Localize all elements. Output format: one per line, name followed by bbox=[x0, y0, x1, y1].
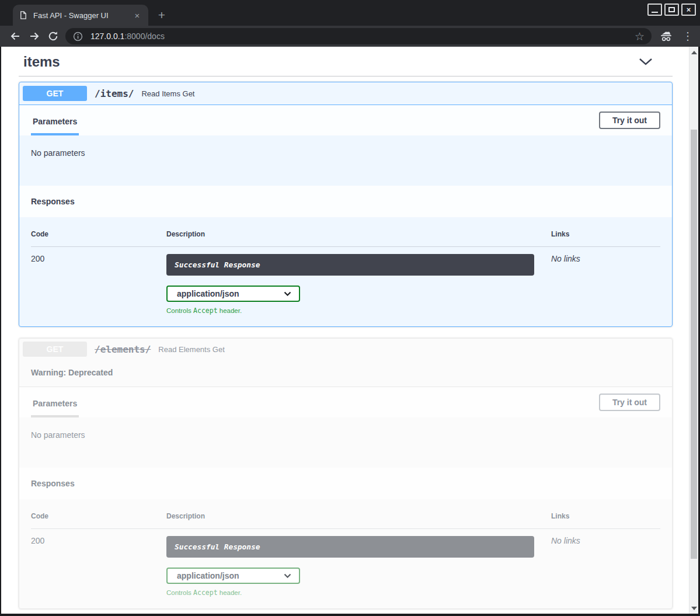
select-chevron-icon bbox=[284, 573, 291, 578]
browser-toolbar: 127.0.0.1:8000/docs ☆ ⋮ bbox=[0, 26, 700, 47]
response-description: Successful Response bbox=[166, 536, 534, 558]
page-favicon-icon bbox=[19, 11, 27, 20]
links-column-header: Links bbox=[539, 230, 660, 238]
endpoint-path: /items/ bbox=[95, 88, 134, 99]
tag-title: items bbox=[23, 54, 60, 70]
links-column-header: Links bbox=[539, 512, 660, 520]
response-row: 200 Successful Response application/json… bbox=[31, 529, 660, 597]
site-info-icon[interactable] bbox=[72, 31, 83, 42]
tag-section-header[interactable]: items bbox=[19, 50, 673, 70]
parameters-section-header: Parameters Try it out bbox=[19, 387, 672, 417]
media-type-select[interactable]: application/json bbox=[166, 568, 300, 584]
tab-title: Fast API - Swagger UI bbox=[33, 11, 132, 20]
no-links-text: No links bbox=[539, 254, 660, 315]
response-description-cell: Successful Response application/json Con… bbox=[166, 254, 539, 315]
browser-menu-icon[interactable]: ⋮ bbox=[682, 29, 694, 44]
no-links-text: No links bbox=[539, 536, 660, 597]
response-row: 200 Successful Response application/json… bbox=[31, 247, 660, 315]
media-type-value: application/json bbox=[177, 289, 239, 298]
parameters-tab[interactable]: Parameters bbox=[31, 399, 79, 417]
response-description: Successful Response bbox=[166, 254, 534, 276]
scrollbar-up-arrow-icon[interactable] bbox=[691, 51, 697, 54]
response-description-cell: Successful Response application/json Con… bbox=[166, 536, 539, 597]
page-scrollbar bbox=[689, 47, 698, 614]
bookmark-star-icon[interactable]: ☆ bbox=[635, 31, 645, 42]
swagger-page: items GET /items/ Read Items Get Paramet… bbox=[1, 47, 689, 614]
select-chevron-icon bbox=[284, 291, 291, 296]
responses-table: Code Description Links 200 Successful Re… bbox=[19, 217, 672, 326]
no-parameters-text: No parameters bbox=[19, 135, 672, 186]
endpoint-summary: Read Items Get bbox=[141, 89, 194, 98]
parameters-tab[interactable]: Parameters bbox=[31, 117, 79, 135]
try-it-out-button[interactable]: Try it out bbox=[599, 112, 660, 129]
window-minimize-button[interactable] bbox=[647, 4, 662, 16]
scrollbar-down-arrow-icon[interactable] bbox=[691, 607, 697, 610]
media-type-select[interactable]: application/json bbox=[166, 286, 300, 302]
code-column-header: Code bbox=[31, 230, 166, 238]
back-button[interactable] bbox=[9, 30, 21, 42]
url-text: 127.0.0.1:8000/docs bbox=[90, 32, 165, 41]
responses-section-header: Responses bbox=[19, 186, 672, 217]
method-badge: GET bbox=[23, 86, 87, 101]
responses-section-header: Responses bbox=[19, 468, 672, 499]
method-badge: GET bbox=[23, 342, 87, 357]
responses-title: Responses bbox=[31, 197, 75, 206]
response-code: 200 bbox=[31, 254, 166, 315]
code-column-header: Code bbox=[31, 512, 166, 520]
browser-titlebar: Fast API - Swagger UI × + × bbox=[0, 0, 700, 26]
accept-header-note: Controls Accept header. bbox=[166, 589, 539, 597]
media-type-value: application/json bbox=[177, 571, 239, 580]
accept-header-note: Controls Accept header. bbox=[166, 307, 539, 315]
new-tab-button[interactable]: + bbox=[154, 8, 169, 23]
collapse-chevron-icon[interactable] bbox=[639, 58, 653, 66]
window-controls: × bbox=[647, 4, 696, 16]
endpoint-summary: Read Elements Get bbox=[158, 345, 224, 354]
no-parameters-text: No parameters bbox=[19, 417, 672, 468]
responses-title: Responses bbox=[31, 479, 75, 488]
operation-summary[interactable]: GET /items/ Read Items Get bbox=[19, 82, 672, 105]
deprecated-warning: Warning: Deprecated bbox=[19, 360, 672, 387]
try-it-out-button[interactable]: Try it out bbox=[599, 394, 660, 411]
browser-tab[interactable]: Fast API - Swagger UI × bbox=[13, 5, 148, 26]
window-maximize-button[interactable] bbox=[664, 4, 679, 16]
response-code: 200 bbox=[31, 536, 166, 597]
forward-button[interactable] bbox=[29, 30, 40, 42]
operation-summary[interactable]: GET /elements/ Read Elements Get bbox=[19, 339, 672, 360]
incognito-icon bbox=[659, 29, 673, 46]
endpoint-path: /elements/ bbox=[95, 344, 151, 355]
reload-button[interactable] bbox=[47, 30, 59, 42]
description-column-header: Description bbox=[166, 512, 539, 520]
window-close-button[interactable]: × bbox=[681, 4, 696, 16]
address-bar[interactable]: 127.0.0.1:8000/docs ☆ bbox=[65, 28, 652, 44]
scrollbar-thumb[interactable] bbox=[691, 130, 697, 559]
tab-close-icon[interactable]: × bbox=[132, 11, 142, 20]
operation-block-items: GET /items/ Read Items Get Parameters Tr… bbox=[19, 82, 673, 327]
maximize-icon bbox=[668, 7, 675, 12]
minimize-icon bbox=[652, 12, 658, 13]
responses-table: Code Description Links 200 Successful Re… bbox=[19, 499, 672, 608]
parameters-section-header: Parameters Try it out bbox=[19, 105, 672, 135]
tag-divider bbox=[19, 76, 673, 76]
description-column-header: Description bbox=[166, 230, 539, 238]
operation-block-elements-deprecated: GET /elements/ Read Elements Get Warning… bbox=[19, 338, 673, 609]
